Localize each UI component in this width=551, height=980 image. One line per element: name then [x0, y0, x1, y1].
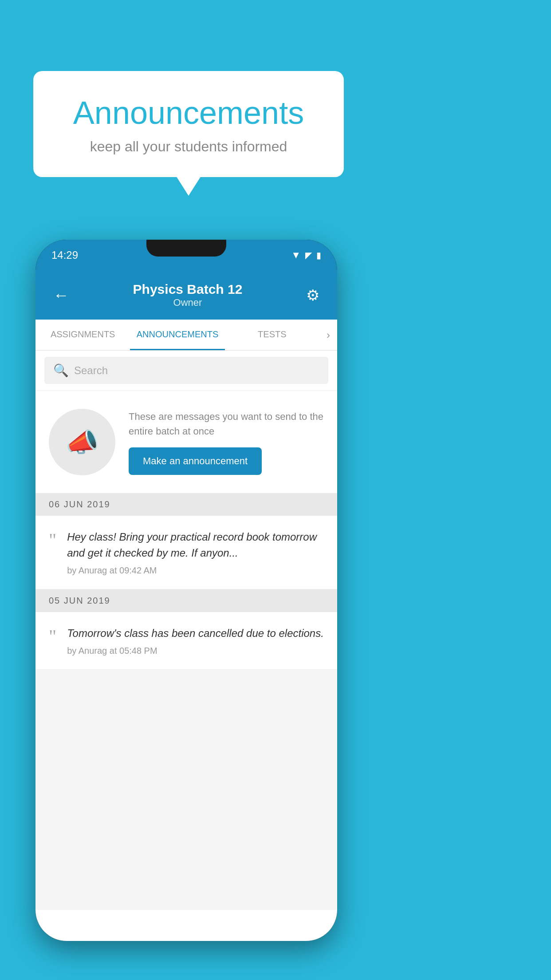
speech-bubble: Announcements keep all your students inf… — [33, 71, 344, 177]
search-icon: 🔍 — [53, 363, 69, 378]
announcement-text-2: Tomorrow's class has been cancelled due … — [67, 625, 324, 641]
announcements-subtitle: keep all your students informed — [60, 138, 317, 155]
make-announcement-button[interactable]: Make an announcement — [129, 447, 262, 475]
date-separator-2: 05 JUN 2019 — [35, 589, 337, 612]
screen-content: 🔍 Search 📣 These are messages you want t… — [35, 351, 337, 910]
tab-more[interactable]: › — [319, 320, 337, 350]
tab-assignments[interactable]: ASSIGNMENTS — [35, 320, 130, 350]
quote-icon-1: " — [49, 531, 56, 549]
signal-icon: ◤ — [305, 250, 312, 261]
announcement-meta-2: by Anurag at 05:48 PM — [67, 646, 324, 656]
quote-icon-2: " — [49, 627, 56, 646]
date-separator-1: 06 JUN 2019 — [35, 493, 337, 516]
phone-screen: ← Physics Batch 12 Owner ⚙ ASSIGNMENTS A… — [35, 271, 337, 941]
phone-frame: 14:29 ▼ ◤ ▮ ← Physics Batch 12 Owner ⚙ A… — [35, 240, 337, 941]
tab-bar: ASSIGNMENTS ANNOUNCEMENTS TESTS › — [35, 320, 337, 351]
announcement-icon-circle: 📣 — [49, 409, 115, 475]
announcement-content-2: Tomorrow's class has been cancelled due … — [67, 625, 324, 656]
tab-tests[interactable]: TESTS — [225, 320, 319, 350]
announcement-item-2: " Tomorrow's class has been cancelled du… — [35, 612, 337, 670]
status-icons: ▼ ◤ ▮ — [291, 249, 321, 261]
app-bar-title-group: Physics Batch 12 Owner — [74, 282, 302, 308]
settings-button[interactable]: ⚙ — [302, 282, 324, 308]
status-bar: 14:29 ▼ ◤ ▮ — [35, 240, 337, 271]
search-bar[interactable]: 🔍 Search — [44, 357, 328, 384]
announcement-meta-1: by Anurag at 09:42 AM — [67, 565, 324, 576]
search-placeholder: Search — [74, 364, 108, 377]
megaphone-icon: 📣 — [66, 427, 99, 458]
announcement-right: These are messages you want to send to t… — [129, 409, 324, 475]
app-bar-title: Physics Batch 12 — [74, 282, 302, 297]
announcement-prompt: 📣 These are messages you want to send to… — [35, 391, 337, 493]
announcements-title: Announcements — [60, 95, 317, 130]
announcement-content-1: Hey class! Bring your practical record b… — [67, 529, 324, 576]
back-button[interactable]: ← — [49, 281, 74, 309]
app-bar: ← Physics Batch 12 Owner ⚙ — [35, 271, 337, 320]
announcement-item-1: " Hey class! Bring your practical record… — [35, 516, 337, 589]
wifi-icon: ▼ — [291, 249, 301, 261]
battery-icon: ▮ — [316, 250, 321, 261]
announcement-description: These are messages you want to send to t… — [129, 409, 324, 439]
tab-announcements[interactable]: ANNOUNCEMENTS — [130, 320, 224, 350]
announcement-text-1: Hey class! Bring your practical record b… — [67, 529, 324, 561]
app-bar-subtitle: Owner — [74, 297, 302, 308]
status-time: 14:29 — [51, 249, 78, 261]
search-bar-container: 🔍 Search — [35, 351, 337, 390]
